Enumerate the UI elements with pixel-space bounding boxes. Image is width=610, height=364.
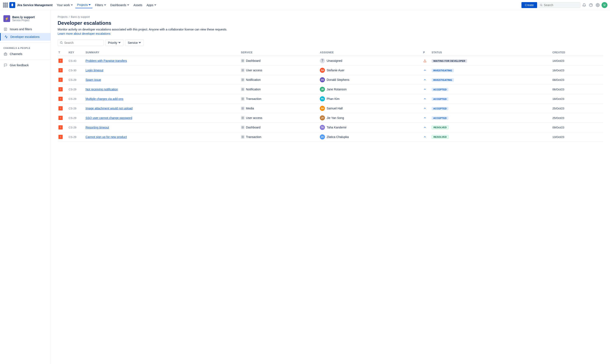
service-icon xyxy=(241,68,245,72)
service-name: Notification xyxy=(246,78,260,81)
issues-table: T Key Summary Service Assignee P Status … xyxy=(58,49,603,142)
sidebar-item-feedback[interactable]: Give feedback xyxy=(0,61,51,69)
page-title: Developer escalations xyxy=(58,20,603,26)
nav-projects[interactable]: Projects xyxy=(75,2,93,8)
sidebar-item-channels[interactable]: Channels xyxy=(0,50,51,58)
settings-button[interactable] xyxy=(595,2,601,8)
issue-summary-link[interactable]: Multiple charges via add-ons xyxy=(86,97,123,101)
svg-rect-20 xyxy=(242,61,243,62)
issue-key: CS-30 xyxy=(69,69,76,72)
issue-summary-link[interactable]: Image attachment would not upload xyxy=(86,107,133,110)
service-cell: Dashboard xyxy=(241,126,315,129)
svg-rect-36 xyxy=(242,99,243,100)
service-filter[interactable]: Service xyxy=(125,39,144,46)
table-row: !CS-29Multiple charges via add-ons Trans… xyxy=(58,94,603,104)
issue-type-icon: ! xyxy=(58,106,63,110)
main-content: Projects / Banc.ly support Developer esc… xyxy=(51,10,610,364)
breadcrumb: Projects / Banc.ly support xyxy=(58,15,603,18)
issue-type-icon: ! xyxy=(58,87,63,91)
status-badge: ACCEPTED xyxy=(432,117,448,120)
svg-rect-49 xyxy=(243,128,244,129)
page-description: Monitor activity on developer escalation… xyxy=(58,28,603,31)
service-icon xyxy=(241,78,245,82)
col-header-created: Created xyxy=(550,49,603,56)
issue-summary-link[interactable]: Cannot sign up for new product xyxy=(86,135,127,139)
svg-rect-53 xyxy=(243,137,244,138)
created-date: 18/Oct/23 xyxy=(552,97,564,101)
breadcrumb-projects[interactable]: Projects xyxy=(58,15,68,18)
sidebar-item-issues[interactable]: Issues and filters xyxy=(0,26,51,33)
svg-rect-16 xyxy=(4,53,7,55)
channels-section-header: CHANNELS & PEOPLE xyxy=(0,44,51,50)
nav-your-work[interactable]: Your work xyxy=(55,2,75,8)
table-row: !CS-29Not receiving notification Notific… xyxy=(58,85,603,94)
sidebar-item-escalations[interactable]: Developer escalations xyxy=(0,33,51,41)
priority-icon xyxy=(423,97,427,101)
svg-rect-38 xyxy=(242,107,243,108)
issue-type-icon: ! xyxy=(58,97,63,101)
assignee-avatar: ZC xyxy=(320,134,325,140)
col-header-status: Status xyxy=(429,49,550,56)
nav-apps[interactable]: Apps xyxy=(145,2,158,8)
nav-dashboards[interactable]: Dashboards xyxy=(109,2,131,8)
priority-icon xyxy=(423,135,427,139)
service-icon xyxy=(241,135,245,139)
create-button[interactable]: Create xyxy=(521,2,537,8)
issue-key: CS-29 xyxy=(69,117,76,119)
project-type: Service Project xyxy=(12,19,35,22)
issue-type-icon: ! xyxy=(58,78,63,82)
created-date: 25/Oct/23 xyxy=(552,107,564,110)
issue-search-input[interactable] xyxy=(64,41,101,44)
table-row: !CS-29SSO user cannot change password Us… xyxy=(58,113,603,123)
global-search[interactable] xyxy=(538,2,580,8)
service-cell: User access xyxy=(241,116,315,120)
breadcrumb-project[interactable]: Banc.ly support xyxy=(71,15,90,18)
svg-rect-8 xyxy=(7,6,8,7)
priority-filter[interactable]: Priority xyxy=(105,39,123,46)
learn-more-link[interactable]: Learn more about developer escalations xyxy=(58,32,110,35)
escalations-icon xyxy=(4,35,8,39)
created-date: 25/Oct/23 xyxy=(552,117,564,119)
svg-point-11 xyxy=(597,4,598,5)
notifications-button[interactable] xyxy=(581,2,587,8)
assignee-avatar: SA xyxy=(320,68,325,73)
issue-search[interactable] xyxy=(58,39,104,46)
sidebar-item-feedback-label: Give feedback xyxy=(10,64,29,67)
search-input[interactable] xyxy=(544,3,578,7)
svg-rect-48 xyxy=(242,128,243,129)
svg-rect-28 xyxy=(242,80,243,81)
svg-rect-29 xyxy=(243,80,244,81)
svg-rect-43 xyxy=(243,117,244,118)
svg-rect-4 xyxy=(5,4,6,5)
assignee-avatar: ? xyxy=(320,58,325,63)
issue-summary-link[interactable]: Problem with Paywise transfers xyxy=(86,59,127,63)
issue-type-icon: ! xyxy=(58,116,63,120)
col-header-key: Key xyxy=(66,49,83,56)
service-name: User access xyxy=(246,69,262,72)
user-avatar[interactable]: U xyxy=(601,2,608,8)
help-button[interactable] xyxy=(588,2,594,8)
issue-key: CS-29 xyxy=(69,126,76,129)
apps-grid-icon[interactable] xyxy=(2,2,9,8)
table-row: !CS-43Problem with Paywise transfers Das… xyxy=(58,56,603,65)
svg-rect-25 xyxy=(243,70,244,72)
status-badge: RESOLVED xyxy=(432,126,449,129)
service-icon xyxy=(241,126,245,129)
assignee-cell: DS Donald Stephens xyxy=(320,77,418,82)
status-badge: ACCEPTED xyxy=(432,97,448,101)
priority-icon xyxy=(423,126,427,129)
svg-rect-19 xyxy=(243,60,244,61)
svg-rect-50 xyxy=(242,136,243,137)
logo-text: Jira Service Management xyxy=(17,3,53,7)
nav-assets[interactable]: Assets xyxy=(132,2,144,8)
issue-summary-link[interactable]: SSO user cannot change password xyxy=(86,116,132,119)
issue-summary-link[interactable]: Reporting timeout xyxy=(86,126,109,129)
assignee-avatar: JY xyxy=(320,115,325,120)
issue-summary-link[interactable]: Spam issue xyxy=(86,78,101,81)
assignee-cell: ? Unassigned xyxy=(320,58,418,63)
issue-summary-link[interactable]: Not receiving notification xyxy=(86,88,118,91)
svg-rect-2 xyxy=(7,3,8,4)
logo[interactable]: Jira Service Management xyxy=(9,2,53,8)
nav-filters[interactable]: Filters xyxy=(93,2,108,8)
issue-summary-link[interactable]: Login timeout xyxy=(86,69,103,72)
